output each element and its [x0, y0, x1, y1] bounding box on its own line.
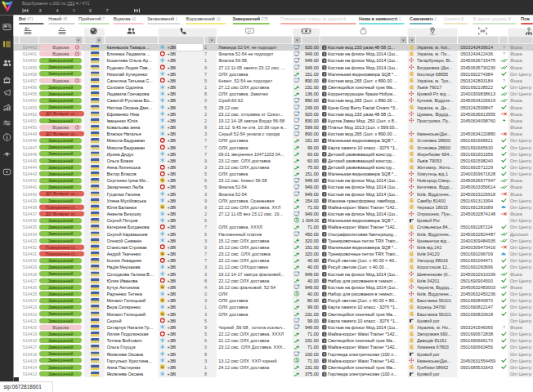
- svg-text:$: $: [296, 292, 298, 296]
- svg-text:lc: lc: [161, 252, 163, 256]
- svg-text:lc: lc: [161, 286, 163, 289]
- svg-text:$: $: [296, 359, 298, 363]
- svg-text:lc: lc: [161, 366, 163, 369]
- svg-text:lc: lc: [161, 312, 163, 315]
- svg-text:lc: lc: [161, 179, 163, 182]
- svg-text:lc: lc: [161, 299, 163, 302]
- svg-text:$: $: [296, 218, 298, 222]
- svg-text:lc: lc: [161, 206, 163, 209]
